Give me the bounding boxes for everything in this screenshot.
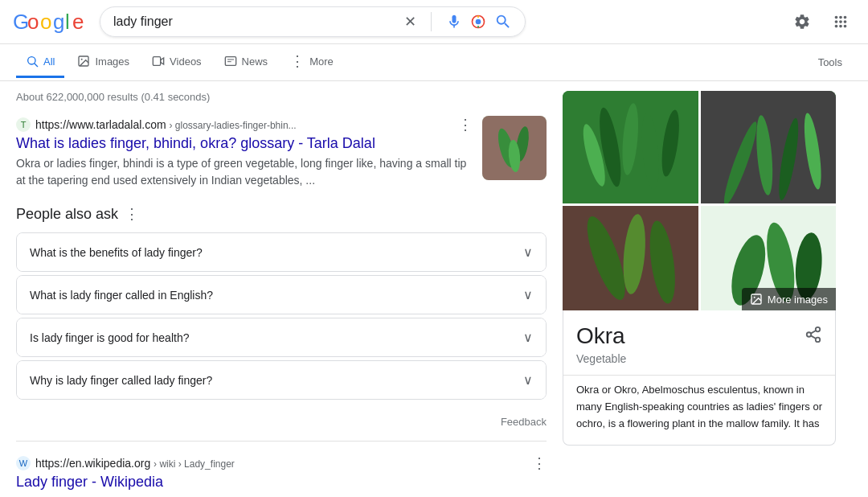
- result-1-thumbnail: [482, 116, 547, 180]
- result-1-desc: Okra or ladies finger, bhindi is a type …: [16, 155, 473, 189]
- result-1-menu-icon[interactable]: ⋮: [458, 116, 473, 133]
- svg-line-48: [811, 330, 816, 333]
- result-2-desc: Okra, a pod vegetable plant also ...: [16, 494, 547, 497]
- result-2-title[interactable]: Lady finger - Wikipedia: [16, 474, 547, 491]
- settings-button[interactable]: [788, 7, 817, 36]
- tab-images[interactable]: Images: [68, 47, 139, 78]
- tab-all-label: All: [43, 55, 55, 68]
- more-images-button[interactable]: More images: [742, 288, 836, 310]
- paa-q1-text: What is the benefits of lady finger?: [30, 246, 203, 259]
- svg-point-13: [81, 59, 83, 60]
- microphone-icon[interactable]: [446, 14, 462, 30]
- okra-title: Okra: [576, 323, 625, 349]
- svg-line-47: [811, 335, 816, 339]
- more-dots-icon: ⋮: [290, 52, 305, 70]
- svg-point-45: [807, 332, 812, 337]
- google-logo: G o o g l e: [13, 10, 87, 34]
- okra-subtitle: Vegetable: [563, 352, 835, 375]
- svg-rect-16: [225, 57, 235, 66]
- left-column: About 622,000,000 results (0.41 seconds)…: [16, 91, 547, 497]
- result-2-site: https://en.wikipedia.org: [35, 457, 150, 470]
- right-column: More images Okra Vegetable Okra or Okro,…: [563, 91, 836, 497]
- svg-text:e: e: [72, 10, 84, 34]
- tabs-bar: All Images Videos News ⋮ More Tools: [0, 44, 868, 81]
- svg-text:g: g: [53, 10, 64, 34]
- search-result-1: T https://www.tarladalal.com › glossary-…: [16, 116, 547, 189]
- svg-text:o: o: [27, 10, 39, 34]
- result-2-url: https://en.wikipedia.org › wiki › Lady_f…: [35, 457, 235, 470]
- paa-question-2[interactable]: What is lady finger called in English? ∨: [16, 275, 547, 314]
- okra-image-1[interactable]: [563, 91, 698, 203]
- google-apps-button[interactable]: [826, 7, 855, 36]
- header: G o o g l e ✕: [0, 0, 868, 44]
- feedback-link[interactable]: Feedback: [501, 416, 547, 428]
- paa-question-1[interactable]: What is the benefits of lady finger? ∨: [16, 232, 547, 272]
- svg-point-7: [476, 19, 481, 25]
- svg-text:o: o: [40, 10, 51, 34]
- search-result-2: W https://en.wikipedia.org › wiki › Lady…: [16, 454, 547, 497]
- clear-icon[interactable]: ✕: [404, 13, 416, 31]
- result-2-menu-icon[interactable]: ⋮: [532, 454, 547, 472]
- results-count: About 622,000,000 results (0.41 seconds): [16, 91, 547, 103]
- tab-news-label: News: [242, 55, 268, 68]
- svg-point-43: [754, 297, 755, 298]
- tab-images-label: Images: [95, 55, 129, 68]
- tab-videos[interactable]: Videos: [142, 47, 211, 78]
- header-right: [788, 7, 855, 36]
- result-1-breadcrumb: › glossary-ladies-finger-bhin...: [170, 120, 297, 131]
- paa-heading: People also ask: [16, 206, 118, 223]
- svg-text:l: l: [65, 10, 70, 34]
- paa-q4-chevron: ∨: [523, 372, 533, 388]
- svg-point-46: [816, 337, 821, 342]
- paa-q3-text: Is lady finger is good for health?: [30, 331, 189, 344]
- result-1-url: https://www.tarladalal.com › glossary-la…: [35, 118, 297, 131]
- svg-point-44: [816, 327, 821, 331]
- paa-q2-text: What is lady finger called in English?: [30, 289, 213, 302]
- main-content: About 622,000,000 results (0.41 seconds)…: [0, 81, 868, 497]
- result-1-content: T https://www.tarladalal.com › glossary-…: [16, 116, 473, 189]
- people-also-ask: People also ask ⋮ What is the benefits o…: [16, 205, 547, 400]
- search-icon[interactable]: [494, 13, 512, 31]
- paa-menu-icon[interactable]: ⋮: [125, 205, 139, 223]
- okra-image-3[interactable]: [563, 206, 698, 310]
- result-2-breadcrumb: › wiki › Lady_finger: [154, 458, 235, 470]
- paa-q3-chevron: ∨: [523, 330, 533, 345]
- result-1-site: https://www.tarladalal.com: [35, 118, 166, 131]
- okra-description: Okra or Okro, Abelmoschus esculentus, kn…: [563, 375, 835, 445]
- okra-image-4[interactable]: More images: [701, 206, 837, 310]
- share-icon[interactable]: [805, 326, 822, 347]
- tab-news[interactable]: News: [215, 47, 278, 78]
- more-images-label: More images: [768, 294, 828, 306]
- tab-all[interactable]: All: [16, 47, 64, 78]
- result-1-favicon: T: [16, 117, 31, 132]
- tab-videos-label: Videos: [170, 55, 202, 68]
- svg-line-11: [35, 64, 38, 67]
- paa-q4-text: Why is lady finger called lady finger?: [30, 374, 212, 387]
- paa-question-3[interactable]: Is lady finger is good for health? ∨: [16, 318, 547, 357]
- okra-entity-panel: Okra Vegetable Okra or Okro, Abelmoschus…: [563, 310, 836, 446]
- paa-q1-chevron: ∨: [523, 244, 533, 260]
- okra-images-grid: More images: [563, 91, 836, 310]
- tab-more-label: More: [309, 55, 334, 68]
- result-1-title[interactable]: What is ladies finger, bhindi, okra? glo…: [16, 135, 473, 152]
- paa-question-4[interactable]: Why is lady finger called lady finger? ∨: [16, 360, 547, 400]
- search-input[interactable]: [113, 14, 396, 29]
- google-lens-icon[interactable]: [470, 14, 486, 30]
- okra-image-2[interactable]: [701, 91, 837, 203]
- tab-more[interactable]: ⋮ More: [280, 44, 343, 80]
- result-2-favicon: W: [16, 456, 31, 470]
- paa-q2-chevron: ∨: [523, 287, 533, 302]
- search-bar: ✕: [100, 6, 526, 37]
- svg-rect-14: [153, 57, 160, 66]
- tools-button[interactable]: Tools: [809, 48, 852, 76]
